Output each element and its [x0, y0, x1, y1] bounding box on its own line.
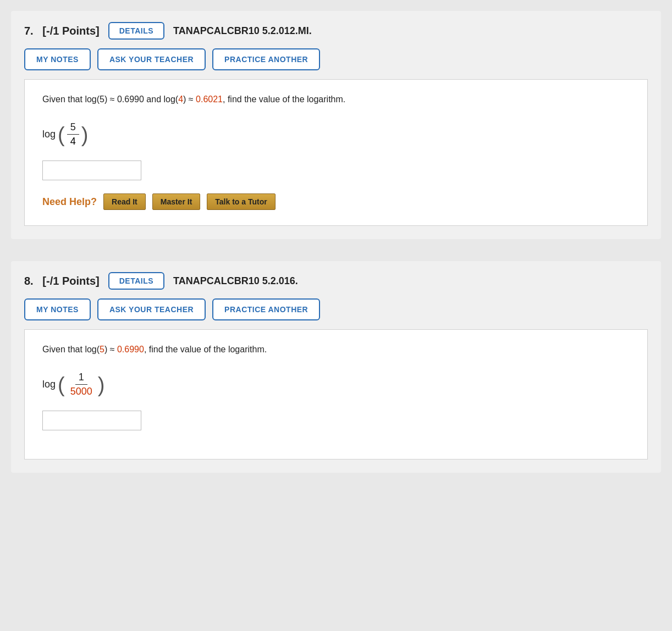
q7-number: 7. — [24, 25, 34, 37]
log-label-8: log — [42, 379, 56, 390]
answer-input-7[interactable] — [42, 160, 141, 180]
problem-text-7: Given that log(5) ≈ 0.6990 and log(4) ≈ … — [42, 93, 630, 106]
ask-teacher-button-8[interactable]: ASK YOUR TEACHER — [97, 298, 206, 320]
open-paren-7: ( — [58, 124, 65, 145]
my-notes-button-7[interactable]: MY NOTES — [24, 48, 91, 70]
fraction-8: 1 5000 — [67, 372, 96, 397]
q8-points: [-/1 Points] — [42, 275, 99, 287]
my-notes-button-8[interactable]: MY NOTES — [24, 298, 91, 320]
ask-teacher-button-7[interactable]: ASK YOUR TEACHER — [97, 48, 206, 70]
q7-red-num: 4 — [178, 95, 183, 104]
action-buttons-7: MY NOTES ASK YOUR TEACHER PRACTICE ANOTH… — [24, 48, 648, 70]
content-area-8: Given that log(5) ≈ 0.6990, find the val… — [24, 329, 648, 460]
frac-den-8: 5000 — [67, 385, 96, 397]
question-header-7: 7. [-/1 Points] DETAILS TANAPCALCBR10 5.… — [24, 22, 648, 40]
close-paren-8: ) — [98, 374, 105, 395]
problem-text-8: Given that log(5) ≈ 0.6990, find the val… — [42, 343, 630, 356]
need-help-row-7: Need Help? Read It Master It Talk to a T… — [42, 193, 630, 210]
practice-another-button-7[interactable]: PRACTICE ANOTHER — [212, 48, 320, 70]
details-button-7[interactable]: DETAILS — [108, 22, 164, 40]
question-number-8: 8. [-/1 Points] — [24, 275, 100, 287]
read-it-button-7[interactable]: Read It — [103, 193, 146, 210]
fraction-display-7: log ( 5 4 ) — [42, 121, 88, 147]
q7-red-val: 0.6021 — [196, 95, 223, 104]
content-area-7: Given that log(5) ≈ 0.6990 and log(4) ≈ … — [24, 79, 648, 226]
q8-red-val: 0.6990 — [117, 345, 144, 354]
q8-number: 8. — [24, 275, 34, 287]
answer-input-8[interactable] — [42, 411, 141, 430]
question-block-8: 8. [-/1 Points] DETAILS TANAPCALCBR10 5.… — [11, 261, 661, 473]
talk-tutor-button-7[interactable]: Talk to a Tutor — [207, 193, 275, 210]
practice-another-button-8[interactable]: PRACTICE ANOTHER — [212, 298, 320, 320]
open-paren-8: ( — [58, 374, 65, 395]
q8-red-num: 5 — [100, 345, 104, 354]
question-header-8: 8. [-/1 Points] DETAILS TANAPCALCBR10 5.… — [24, 272, 648, 290]
close-paren-7: ) — [81, 124, 89, 145]
problem-code-7: TANAPCALCBR10 5.2.012.MI. — [173, 25, 312, 37]
details-button-8[interactable]: DETAILS — [108, 272, 164, 290]
fraction-display-8: log ( 1 5000 ) — [42, 372, 104, 397]
question-number-7: 7. [-/1 Points] — [24, 25, 100, 37]
frac-den-7: 4 — [67, 135, 79, 147]
problem-code-8: TANAPCALCBR10 5.2.016. — [173, 275, 298, 287]
question-block-7: 7. [-/1 Points] DETAILS TANAPCALCBR10 5.… — [11, 11, 661, 239]
master-it-button-7[interactable]: Master It — [152, 193, 201, 210]
need-help-label-7: Need Help? — [42, 196, 97, 208]
action-buttons-8: MY NOTES ASK YOUR TEACHER PRACTICE ANOTH… — [24, 298, 648, 320]
log-label-7: log — [42, 129, 56, 140]
frac-num-8: 1 — [75, 372, 87, 385]
q7-points: [-/1 Points] — [42, 25, 99, 37]
fraction-7: 5 4 — [67, 121, 79, 147]
frac-num-7: 5 — [67, 121, 79, 135]
